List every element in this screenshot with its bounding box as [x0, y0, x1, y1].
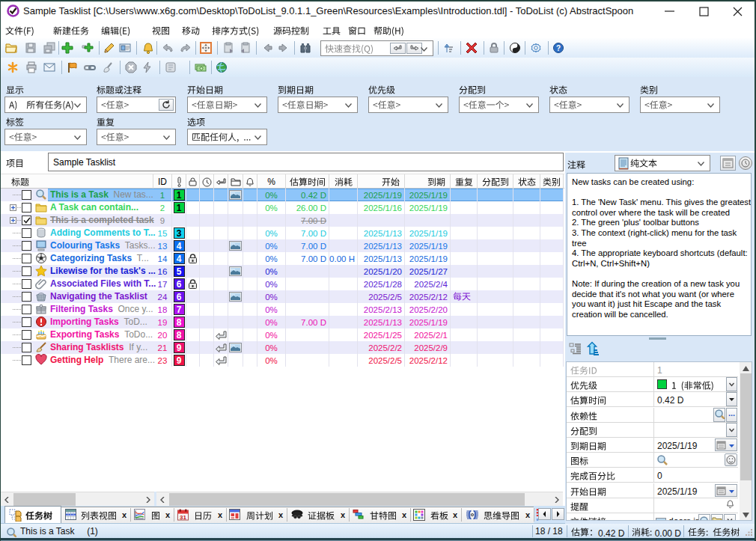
- svg-text:31: 31: [180, 514, 186, 521]
- svg-text:?: ?: [556, 44, 561, 52]
